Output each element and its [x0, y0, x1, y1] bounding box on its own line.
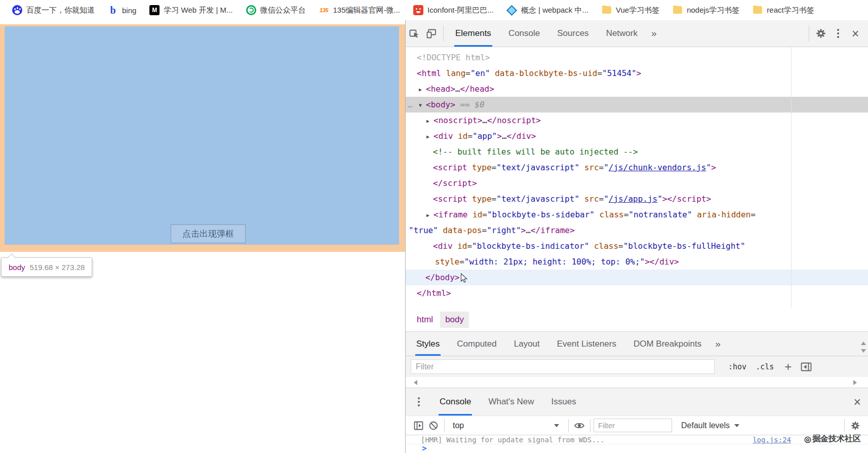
tab-computed[interactable]: Computed [456, 332, 497, 356]
javascript-context-select[interactable]: top [448, 421, 565, 430]
console-message-source-link[interactable]: log.js:24 [753, 435, 791, 444]
settings-gear-icon[interactable] [812, 25, 830, 42]
tab-network[interactable]: Network [605, 20, 639, 47]
expand-arrow-icon[interactable]: ▶ [426, 113, 433, 129]
dom-tree-row[interactable]: ▶<noscript>…</noscript> [406, 112, 868, 128]
console-sidebar-icon[interactable] [411, 419, 426, 433]
devtools-menu-icon[interactable] [830, 25, 847, 42]
dom-tree-row[interactable]: </script> [406, 175, 868, 191]
resource-link[interactable]: /js/app.js [609, 194, 657, 204]
dom-tree-row[interactable]: </html> [406, 285, 868, 301]
elements-dom-tree: <!DOCTYPE html><html lang="en" data-bloc… [406, 47, 868, 308]
dom-tree-row[interactable]: <script type="text/javascript" src="/js/… [406, 160, 868, 175]
code-token: ></script> [662, 194, 711, 204]
collapse-arrow-icon[interactable]: ▼ [419, 97, 426, 113]
expand-arrow-icon[interactable]: ▶ [426, 207, 433, 223]
scroll-right-icon[interactable] [853, 380, 857, 385]
code-token [692, 210, 697, 219]
dom-tree-row[interactable]: ▶<iframe id="blockbyte-bs-sidebar" class… [406, 207, 868, 222]
code-token [579, 163, 584, 172]
more-tabs-icon[interactable]: » [710, 338, 726, 350]
bookmark-item[interactable]: Iconfont-阿里巴巴... [408, 4, 499, 17]
bookmark-label: 学习 Web 开发 | M... [164, 6, 232, 15]
log-levels-select[interactable]: Default levels [681, 421, 739, 430]
expand-arrow-icon[interactable]: ▶ [419, 82, 426, 97]
dock-sidebar-icon[interactable] [798, 358, 815, 375]
context-value: top [453, 421, 464, 430]
code-token: = [751, 210, 756, 219]
dom-tree-row[interactable]: <script type="text/javascript" src="/js/… [406, 191, 868, 207]
clear-console-icon[interactable] [426, 419, 441, 433]
code-token: </iframe> [531, 225, 575, 235]
tab-event-listeners[interactable]: Event Listeners [556, 332, 617, 356]
bookmark-item[interactable]: 学习 Web 开发 | M... [144, 4, 238, 17]
toggle-element-state-button[interactable]: :hov [728, 362, 746, 371]
tab-console[interactable]: Console [507, 20, 541, 47]
code-token: <noscript> [433, 116, 482, 125]
tab-console[interactable]: Console [439, 388, 472, 416]
node-actions-ellipsis[interactable]: … [408, 97, 413, 112]
toolbar-divider [809, 25, 809, 42]
device-toolbar-icon[interactable] [423, 25, 440, 42]
bookmark-item[interactable]: react学习书签 [747, 4, 819, 17]
tab-sources[interactable]: Sources [556, 20, 589, 47]
dom-tree-row[interactable]: ▶<div id="app">…</div> [406, 128, 868, 144]
bookmark-item[interactable]: 概念 | webpack 中... [502, 4, 594, 17]
toolbar-divider [590, 419, 590, 432]
tab-what-s-new[interactable]: What's New [487, 388, 535, 416]
console-prompt[interactable]: > [406, 444, 868, 453]
code-token: <div [433, 241, 453, 251]
breadcrumb-html[interactable]: html [412, 312, 438, 328]
code-token [595, 210, 600, 219]
dom-tree-row[interactable]: style="width: 21px; height: 100%; top: 0… [406, 254, 868, 270]
code-token: </body> [425, 273, 459, 282]
bookmark-item[interactable]: Vue学习书签 [597, 4, 664, 17]
dom-tree-row[interactable]: <div id="blockbyte-bs-indicator" class="… [406, 238, 868, 254]
scroll-down-icon[interactable] [861, 349, 866, 353]
scroll-up-icon[interactable] [861, 342, 866, 345]
dom-tree-row[interactable]: </body> [406, 270, 868, 285]
code-token [467, 163, 472, 172]
bookmark-item[interactable]: 135编辑器官网-微... [314, 4, 406, 17]
tab-styles[interactable]: Styles [415, 332, 441, 356]
drawer-tabstrip: ConsoleWhat's NewIssues [431, 388, 585, 416]
dom-tree-row[interactable]: …▼<body> == $0 [406, 97, 868, 112]
dom-tree-row[interactable]: <!-- built files will be auto injected -… [406, 144, 868, 160]
console-filter-input[interactable] [594, 419, 672, 432]
code-token: > [637, 68, 642, 78]
bookmark-item[interactable]: nodejs学习书签 [667, 4, 744, 17]
resource-link[interactable]: /js/chunk-vendors.js [609, 163, 706, 172]
expand-arrow-icon[interactable]: ▶ [426, 129, 433, 144]
inspect-element-icon[interactable] [406, 25, 423, 42]
tab-issues[interactable]: Issues [550, 388, 577, 416]
dom-tree-row[interactable]: ▶<head>…</head> [406, 81, 868, 97]
breadcrumb-body[interactable]: body [440, 312, 469, 328]
browser-window: 百度一下，你就知道bing学习 Web 开发 | M...微信公众平台135编辑… [0, 0, 868, 453]
tab-layout[interactable]: Layout [513, 332, 541, 356]
show-dialog-button[interactable]: 点击出现弹框 [171, 224, 246, 243]
bookmark-item[interactable]: bing [103, 4, 141, 17]
styles-filter-input[interactable] [411, 359, 715, 374]
toolbar-divider [844, 419, 845, 432]
bookmark-label: react学习书签 [767, 6, 814, 15]
new-style-rule-button[interactable]: + [784, 360, 792, 374]
dom-tree-row[interactable]: <html lang="en" data-blockbyte-bs-uid="5… [406, 65, 868, 81]
drawer-close-icon[interactable]: × [853, 388, 861, 416]
bookmark-item[interactable]: 百度一下，你就知道 [7, 4, 100, 17]
elements-scrollbar-track [791, 47, 792, 308]
live-expression-eye-icon[interactable] [572, 419, 587, 433]
tab-elements[interactable]: Elements [454, 20, 492, 47]
drawer-menu-icon[interactable] [414, 393, 424, 410]
bookmark-item[interactable]: 微信公众平台 [241, 4, 311, 17]
devtools-close-icon[interactable]: × [847, 25, 864, 42]
juejin-watermark: ◎ 掘金技术社区 [804, 434, 861, 444]
dom-tree-row[interactable]: "true" data-pos="right">…</iframe> [406, 222, 868, 238]
tab-dom-breakpoints[interactable]: DOM Breakpoints [633, 332, 702, 356]
code-token: = [467, 241, 472, 251]
more-tabs-icon[interactable]: » [646, 28, 662, 39]
scroll-left-icon[interactable] [414, 380, 417, 385]
styles-horizontal-scrollbar[interactable] [406, 377, 868, 388]
element-classes-button[interactable]: .cls [756, 362, 774, 371]
console-settings-gear-icon[interactable] [848, 419, 863, 433]
dom-tree-row[interactable]: <!DOCTYPE html> [406, 50, 868, 65]
